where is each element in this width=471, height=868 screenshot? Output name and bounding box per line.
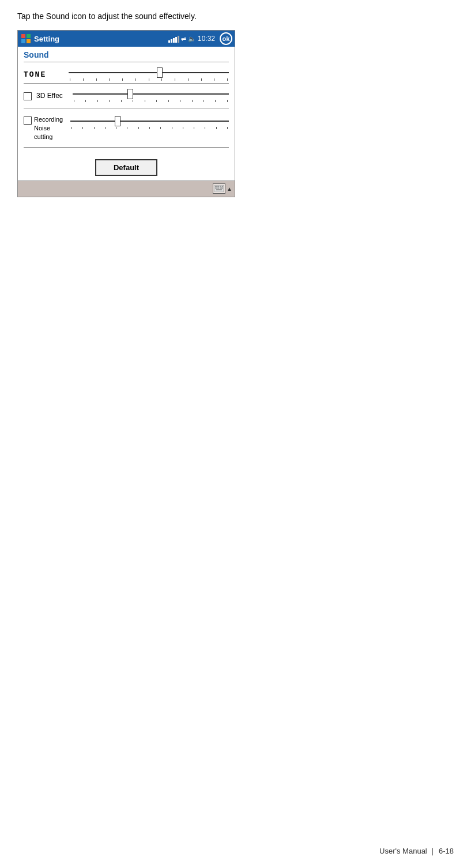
tone-slider-container (69, 68, 229, 81)
effect-slider-thumb[interactable] (127, 89, 133, 99)
svg-rect-12 (216, 189, 222, 190)
button-area: Default (24, 153, 229, 181)
tone-slider-thumb[interactable] (157, 67, 163, 78)
svg-rect-7 (220, 186, 221, 187)
recording-checkbox[interactable] (24, 117, 32, 125)
default-button[interactable]: Default (95, 159, 157, 176)
tone-slider-track-wrapper[interactable] (69, 68, 229, 77)
svg-rect-9 (215, 187, 217, 189)
svg-rect-0 (21, 34, 25, 38)
svg-rect-8 (222, 186, 223, 187)
signal-icon (168, 35, 179, 43)
svg-rect-5 (215, 186, 217, 187)
svg-rect-3 (27, 39, 31, 43)
page-content: Tap the Sound icon to adjust the sound e… (0, 0, 471, 209)
page-footer: User's Manual ｜ 6-18 (379, 846, 454, 856)
sound-heading: Sound (24, 50, 229, 59)
effect-slider-container (73, 89, 229, 102)
recording-label: RecordingNoisecutting (34, 115, 66, 141)
intro-text: Tap the Sound icon to adjust the sound e… (17, 12, 454, 21)
ok-button[interactable]: ok (220, 32, 232, 45)
tone-ticks (69, 78, 229, 81)
effect-slider-track (73, 93, 229, 95)
svg-rect-10 (217, 187, 219, 189)
recording-ticks (70, 127, 229, 129)
recording-slider-track (70, 121, 229, 122)
tone-slider-track (69, 72, 229, 73)
windows-logo-icon (20, 33, 32, 44)
title-bar-icons: ⇌ 🔈 10:32 (168, 35, 215, 43)
speaker-icon: 🔈 (188, 35, 196, 43)
effect-slider-track-wrapper[interactable] (73, 89, 229, 99)
tone-row: TONE (24, 68, 229, 81)
svg-rect-11 (220, 187, 223, 189)
title-bar: Setting ⇌ 🔈 10:32 ok (18, 31, 235, 47)
recording-checkbox-group: RecordingNoisecutting (24, 114, 66, 141)
taskbar-arrow-icon[interactable]: ▲ (227, 186, 232, 192)
recording-slider-container (70, 114, 229, 129)
effect-ticks (73, 100, 229, 102)
network-icon: ⇌ (181, 35, 186, 43)
keyboard-icon[interactable] (213, 183, 225, 194)
taskbar: ▲ (18, 181, 235, 197)
time-display: 10:32 (198, 35, 215, 43)
sound-panel: Sound TONE (18, 47, 235, 181)
recording-slider-thumb[interactable] (115, 116, 120, 126)
divider-top (24, 62, 229, 62)
recording-slider-track-wrapper[interactable] (70, 117, 229, 126)
tone-label: TONE (24, 70, 64, 79)
divider-effect (24, 108, 229, 108)
svg-rect-2 (21, 39, 25, 43)
effect-row: 3D Effec (24, 89, 229, 102)
svg-rect-6 (217, 186, 219, 187)
divider-tone (24, 83, 229, 84)
effect-label: 3D Effec (36, 92, 68, 100)
title-bar-title: Setting (34, 35, 166, 43)
effect-checkbox[interactable] (24, 92, 32, 100)
recording-row: RecordingNoisecutting (24, 114, 229, 141)
svg-rect-1 (27, 34, 31, 38)
divider-recording (24, 147, 229, 148)
pda-screenshot: Setting ⇌ 🔈 10:32 ok (17, 30, 235, 197)
